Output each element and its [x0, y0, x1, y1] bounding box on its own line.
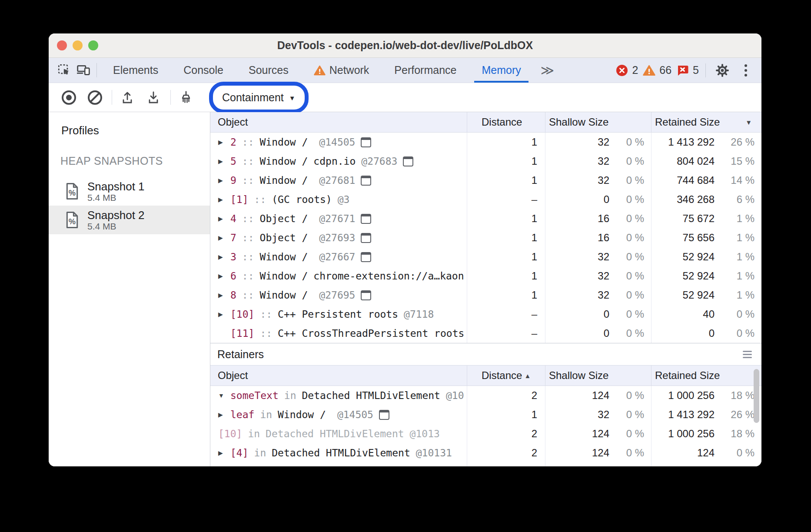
- error-icon: [616, 64, 628, 76]
- screen-background: DevTools - codepen.io/web-dot-dev/live/P…: [0, 0, 811, 532]
- expander-icon[interactable]: ▶: [218, 139, 230, 146]
- snapshot-size: 5.4 MB: [87, 221, 145, 231]
- error-badge[interactable]: 2: [616, 64, 638, 76]
- warning-icon: [314, 65, 326, 76]
- clear-profiles-button[interactable]: [85, 87, 105, 107]
- expander-icon[interactable]: ▶: [218, 234, 230, 241]
- expander-icon[interactable]: ▶: [218, 215, 230, 222]
- tab-memory[interactable]: Memory: [469, 58, 533, 83]
- inspect-element-icon[interactable]: [55, 58, 74, 83]
- table-row[interactable]: ▶ 3::Window /@27667 1 320 % 52 9241 %: [210, 247, 761, 266]
- profiler-toolbar: Containment ▼: [49, 83, 761, 112]
- expander-icon[interactable]: ▶: [218, 311, 230, 318]
- tab-console[interactable]: Console: [171, 58, 236, 83]
- tab-performance[interactable]: Performance: [382, 58, 469, 83]
- table-row[interactable]: ▶ [4]inDetached HTMLDivElement@10131 2 1…: [210, 443, 761, 462]
- warning-icon: [643, 65, 655, 76]
- heap-table-header: Object Distance Shallow Size Retained Si…: [210, 112, 761, 133]
- snapshot-name: Snapshot 2: [87, 209, 145, 221]
- expander-icon[interactable]: ▶: [218, 196, 230, 203]
- sidebar-title: Profiles: [61, 124, 210, 137]
- badges-divider: [705, 63, 706, 77]
- tab-sources[interactable]: Sources: [236, 58, 301, 83]
- column-header-object[interactable]: Object: [210, 112, 467, 132]
- window-frame-icon: [361, 290, 371, 300]
- clean-garbage-broom-icon[interactable]: [176, 87, 196, 107]
- chevron-down-icon: ▼: [289, 93, 296, 102]
- tab-bar: Elements Console Sources Network Perform…: [49, 58, 761, 83]
- tab-network[interactable]: Network: [301, 58, 382, 83]
- retainers-table-rows: ▼ someTextinDetached HTMLDivElement@10 2…: [210, 386, 761, 466]
- heap-snapshots-section-label: HEAP SNAPSHOTS: [60, 155, 210, 167]
- window-title: DevTools - codepen.io/web-dot-dev/live/P…: [49, 39, 761, 52]
- device-toolbar-icon[interactable]: [74, 58, 93, 83]
- sidebar-item-snapshot-2[interactable]: % Snapshot 2 5.4 MB: [49, 206, 210, 234]
- more-tabs-icon[interactable]: ≫: [536, 58, 558, 83]
- expander-icon[interactable]: ▶: [218, 158, 230, 165]
- table-row[interactable]: ▶ [10]::C++ Persistent roots@7118 – 00 %…: [210, 305, 761, 324]
- table-row[interactable]: ▶ 4::Object /@27671 1 160 % 75 6721 %: [210, 209, 761, 228]
- window-frame-icon: [379, 410, 389, 420]
- expander-icon[interactable]: ▶: [218, 449, 230, 456]
- table-row-clipped[interactable]: [1]inDetached HTMLDivElement: [210, 462, 761, 466]
- retainers-scrollbar-thumb[interactable]: [754, 369, 759, 423]
- kebab-menu-icon[interactable]: [737, 64, 754, 76]
- table-row[interactable]: [10]inDetached HTMLDivElement@1013 2 124…: [210, 424, 761, 443]
- retainers-header-bar: Retainers: [210, 343, 761, 365]
- perspective-dropdown[interactable]: Containment ▼: [215, 87, 302, 108]
- window-frame-icon: [403, 156, 413, 166]
- retainers-table-header: Object Distance ▲ Shallow Size Retained …: [210, 365, 761, 386]
- column-header-shallow-size[interactable]: Shallow Size: [545, 112, 651, 132]
- table-row[interactable]: [11]::C++ CrossThreadPersistent roots – …: [210, 324, 761, 343]
- table-row[interactable]: ▶ 5::Window /cdpn.io@27683 1 320 % 804 0…: [210, 152, 761, 171]
- toolbar-divider: [170, 90, 171, 105]
- retainers-menu-icon[interactable]: [743, 351, 752, 358]
- settings-gear-icon[interactable]: [712, 60, 732, 80]
- issues-icon: [676, 64, 689, 76]
- column-header-distance[interactable]: Distance: [467, 112, 545, 132]
- column-header-distance[interactable]: Distance ▲: [467, 366, 545, 386]
- sort-descending-icon: ▼: [745, 119, 752, 126]
- load-profile-icon[interactable]: [117, 87, 137, 107]
- table-row[interactable]: ▶ 2::Window /@14505 1 320 % 1 413 29226 …: [210, 133, 761, 152]
- save-profile-icon[interactable]: [143, 87, 163, 107]
- column-header-retained-size[interactable]: Retained Size: [651, 366, 761, 386]
- issues-badge[interactable]: 5: [676, 64, 699, 76]
- snapshot-size: 5.4 MB: [87, 193, 145, 203]
- window-frame-icon: [361, 233, 371, 243]
- window-frame-icon: [361, 176, 371, 186]
- tab-elements[interactable]: Elements: [100, 58, 171, 83]
- table-row[interactable]: ▶ [1]::(GC roots)@3 – 00 % 346 2686 %: [210, 190, 761, 209]
- table-row[interactable]: ▶ 8::Window /@27695 1 320 % 52 9241 %: [210, 286, 761, 305]
- expander-icon[interactable]: ▶: [218, 292, 230, 299]
- table-row[interactable]: ▼ someTextinDetached HTMLDivElement@10 2…: [210, 386, 761, 405]
- window-frame-icon: [361, 252, 371, 262]
- retainers-title: Retainers: [217, 348, 264, 361]
- sort-ascending-icon: ▲: [524, 372, 531, 379]
- toolbar-divider: [112, 90, 112, 105]
- column-header-retained-size[interactable]: Retained Size ▼: [651, 112, 761, 132]
- table-row[interactable]: ▶ 7::Object /@27693 1 160 % 75 6561 %: [210, 228, 761, 247]
- expander-icon[interactable]: ▶: [218, 177, 230, 184]
- expander-icon[interactable]: ▶: [218, 273, 230, 279]
- snapshot-name: Snapshot 1: [87, 180, 145, 193]
- sidebar-item-snapshot-1[interactable]: % Snapshot 1 5.4 MB: [49, 177, 210, 206]
- record-heap-snapshot-button[interactable]: [59, 87, 79, 107]
- expander-icon[interactable]: ▶: [218, 253, 230, 260]
- title-bar: DevTools - codepen.io/web-dot-dev/live/P…: [49, 33, 761, 58]
- window-frame-icon: [361, 214, 371, 224]
- expander-icon[interactable]: ▼: [218, 392, 230, 399]
- profiles-sidebar: Profiles HEAP SNAPSHOTS % Snapshot 1 5.4…: [49, 112, 210, 466]
- table-row[interactable]: ▶ 6::Window /chrome-extension://a…kaon 1…: [210, 266, 761, 286]
- column-header-object[interactable]: Object: [210, 366, 467, 386]
- expander-icon[interactable]: ▶: [218, 411, 230, 418]
- warning-badge[interactable]: 66: [643, 64, 671, 76]
- table-row[interactable]: ▶ leafinWindow /@14505 1 320 % 1 413 292…: [210, 405, 761, 424]
- heap-snapshot-panel: Object Distance Shallow Size Retained Si…: [210, 112, 761, 466]
- column-header-shallow-size[interactable]: Shallow Size: [545, 366, 651, 386]
- snapshot-file-icon: %: [65, 211, 80, 229]
- heap-table-rows: ▶ 2::Window /@14505 1 320 % 1 413 29226 …: [210, 133, 761, 343]
- status-badges: 2 66 5: [616, 58, 761, 83]
- snapshot-file-icon: %: [65, 183, 80, 200]
- table-row[interactable]: ▶ 9::Window /@27681 1 320 % 744 68414 %: [210, 171, 761, 190]
